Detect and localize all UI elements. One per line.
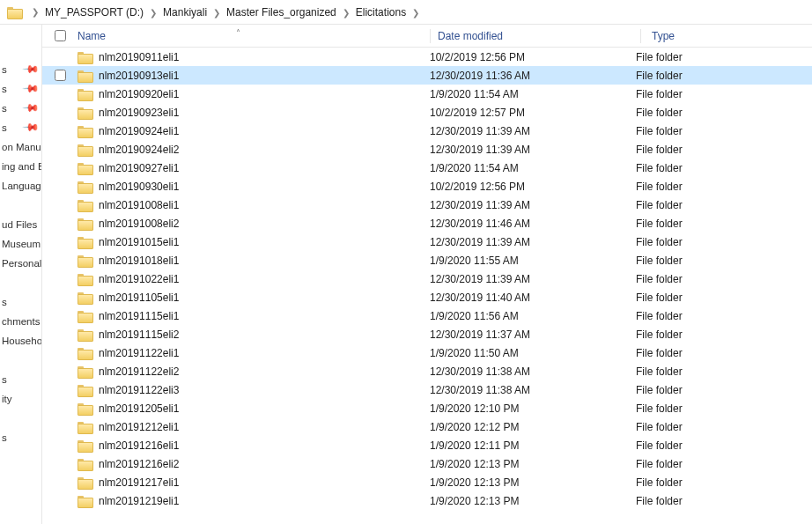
column-header-date[interactable]: Date modified <box>438 30 640 42</box>
sidebar-item[interactable]: s <box>0 370 41 389</box>
row-name-cell[interactable]: nlm20190911eli1 <box>78 51 430 63</box>
row-name-label: nlm20191212eli1 <box>99 421 179 433</box>
select-all-checkbox[interactable] <box>42 27 78 44</box>
breadcrumb-item[interactable]: Master Files_organized <box>225 6 337 18</box>
row-name-cell[interactable]: nlm20191022eli1 <box>78 273 430 285</box>
table-row[interactable]: nlm20191115eli11/9/2020 11:56 AMFile fol… <box>42 306 812 325</box>
table-row[interactable]: nlm20191205eli11/9/2020 12:10 PMFile fol… <box>42 399 812 417</box>
breadcrumb-item[interactable]: Elicitations <box>355 6 407 18</box>
row-name-cell[interactable]: nlm20190927eli1 <box>78 162 430 174</box>
table-row[interactable]: nlm20190927eli11/9/2020 11:54 AMFile fol… <box>42 159 812 177</box>
row-name-cell[interactable]: nlm20191115eli1 <box>78 310 430 322</box>
row-name-cell[interactable]: nlm20191015eli1 <box>78 236 430 248</box>
row-date-cell: 12/30/2019 11:36 AM <box>430 70 632 82</box>
sidebar-item[interactable] <box>0 273 41 292</box>
sidebar-item[interactable] <box>0 351 41 370</box>
row-name-cell[interactable]: nlm20191105eli1 <box>78 292 430 304</box>
breadcrumb-item[interactable]: Mankiyali <box>162 6 208 18</box>
sidebar-item[interactable]: ity <box>0 389 41 409</box>
table-row[interactable]: nlm20191022eli112/30/2019 11:39 AMFile f… <box>42 269 812 288</box>
chevron-right-icon[interactable]: ❯ <box>26 7 44 17</box>
table-row[interactable]: nlm20191216eli21/9/2020 12:13 PMFile fol… <box>42 454 812 473</box>
row-name-cell[interactable]: nlm20190920eli1 <box>78 88 430 100</box>
table-row[interactable]: nlm20191105eli112/30/2019 11:40 AMFile f… <box>42 288 812 306</box>
row-date-cell: 12/30/2019 11:46 AM <box>430 218 632 230</box>
row-name-label: nlm20191217eli1 <box>99 476 179 489</box>
table-row[interactable]: nlm20191008eli212/30/2019 11:46 AMFile f… <box>42 214 812 232</box>
table-row[interactable]: nlm20191216eli11/9/2020 12:11 PMFile fol… <box>42 436 812 454</box>
row-name-cell[interactable]: nlm20191008eli2 <box>78 218 430 230</box>
chevron-right-icon[interactable]: ❯ <box>337 8 355 18</box>
row-name-cell[interactable]: nlm20190913eli1 <box>78 70 430 82</box>
table-row[interactable]: nlm20191212eli11/9/2020 12:12 PMFile fol… <box>42 417 812 436</box>
column-separator[interactable] <box>640 29 641 43</box>
sidebar-item[interactable] <box>0 196 41 215</box>
sidebar-item[interactable]: ud Files <box>0 215 41 234</box>
sidebar-item[interactable] <box>0 409 41 428</box>
column-separator[interactable] <box>430 29 431 43</box>
row-name-cell[interactable]: nlm20191018eli1 <box>78 255 430 267</box>
sidebar-item[interactable]: Museum <box>0 234 41 254</box>
column-header-type[interactable]: Type <box>648 30 812 42</box>
sidebar-item[interactable]: Language <box>0 176 41 196</box>
table-row[interactable]: nlm20190911eli110/2/2019 12:56 PMFile fo… <box>42 48 812 66</box>
table-row[interactable]: nlm20190924eli212/30/2019 11:39 AMFile f… <box>42 140 812 159</box>
row-name-cell[interactable]: nlm20190923eli1 <box>78 107 430 119</box>
sidebar-item[interactable]: Household <box>0 331 41 351</box>
sidebar-item[interactable]: s📌 <box>0 118 41 137</box>
row-name-cell[interactable]: nlm20191219eli1 <box>78 495 430 507</box>
table-row[interactable]: nlm20191122eli212/30/2019 11:38 AMFile f… <box>42 362 812 380</box>
table-row[interactable]: nlm20190924eli112/30/2019 11:39 AMFile f… <box>42 122 812 140</box>
table-row[interactable]: nlm20191219eli11/9/2020 12:13 PMFile fol… <box>42 491 812 510</box>
row-name-cell[interactable]: nlm20191216eli2 <box>78 458 430 470</box>
table-row[interactable]: nlm20190913eli112/30/2019 11:36 AMFile f… <box>42 66 812 85</box>
sidebar-item[interactable]: s <box>0 428 41 447</box>
row-name-cell[interactable]: nlm20190930eli1 <box>78 181 430 193</box>
row-name-cell[interactable]: nlm20191122eli3 <box>78 384 430 396</box>
table-row[interactable]: nlm20191217eli11/9/2020 12:13 PMFile fol… <box>42 473 812 491</box>
row-name-cell[interactable]: nlm20190924eli2 <box>78 144 430 156</box>
row-checkbox[interactable] <box>42 67 78 84</box>
row-name-cell[interactable]: nlm20191122eli1 <box>78 347 430 359</box>
table-row[interactable]: nlm20191018eli11/9/2020 11:55 AMFile fol… <box>42 251 812 269</box>
sidebar-item[interactable]: on Manu <box>0 137 41 157</box>
table-row[interactable]: nlm20191122eli312/30/2019 11:38 AMFile f… <box>42 380 812 399</box>
row-name-cell[interactable]: nlm20191205eli1 <box>78 402 430 415</box>
table-row[interactable]: nlm20191115eli212/30/2019 11:37 AMFile f… <box>42 325 812 343</box>
table-row[interactable]: nlm20190920eli11/9/2020 11:54 AMFile fol… <box>42 85 812 103</box>
sidebar-item-label: ud Files <box>2 219 37 230</box>
table-row[interactable]: nlm20190930eli110/2/2019 12:56 PMFile fo… <box>42 177 812 196</box>
table-row[interactable]: nlm20191122eli11/9/2020 11:50 AMFile fol… <box>42 343 812 362</box>
breadcrumb-item[interactable]: MY_PASSPORT (D:) <box>44 6 144 18</box>
row-name-cell[interactable]: nlm20191008eli1 <box>78 199 430 211</box>
table-row[interactable]: nlm20191008eli112/30/2019 11:39 AMFile f… <box>42 196 812 214</box>
row-date-cell: 1/9/2020 12:10 PM <box>430 402 632 415</box>
sidebar-item[interactable]: s📌 <box>0 79 41 99</box>
address-bar[interactable]: ❯ MY_PASSPORT (D:)❯Mankiyali❯Master File… <box>0 0 812 25</box>
navigation-pane[interactable]: s📌s📌s📌s📌on Manuing and BLanguageud Files… <box>0 25 42 524</box>
sidebar-item-label: on Manu <box>2 142 41 152</box>
folder-icon <box>78 274 92 284</box>
chevron-right-icon[interactable]: ❯ <box>144 8 162 18</box>
row-name-cell[interactable]: nlm20190924eli1 <box>78 125 430 137</box>
row-name-cell[interactable]: nlm20191122eli2 <box>78 365 430 378</box>
sidebar-item[interactable]: ing and B <box>0 157 41 176</box>
chevron-right-icon[interactable]: ❯ <box>407 8 424 18</box>
row-name-cell[interactable]: nlm20191217eli1 <box>78 476 430 489</box>
folder-icon <box>78 70 92 81</box>
sidebar-item[interactable]: s📌 <box>0 60 41 79</box>
table-row[interactable]: nlm20190923eli110/2/2019 12:57 PMFile fo… <box>42 103 812 122</box>
row-date-cell: 1/9/2020 11:55 AM <box>430 255 632 267</box>
chevron-right-icon[interactable]: ❯ <box>208 8 225 18</box>
column-header-name[interactable]: Name ˄ <box>78 30 430 42</box>
table-row[interactable]: nlm20191015eli112/30/2019 11:39 AMFile f… <box>42 232 812 251</box>
sidebar-item[interactable]: s <box>0 292 41 312</box>
row-type-cell: File folder <box>632 273 812 285</box>
sidebar-item[interactable]: chments <box>0 312 41 331</box>
row-name-cell[interactable]: nlm20191115eli2 <box>78 328 430 341</box>
row-name-cell[interactable]: nlm20191216eli1 <box>78 439 430 452</box>
sidebar-item[interactable]: Personal <box>0 254 41 273</box>
row-type-cell: File folder <box>632 107 812 119</box>
sidebar-item[interactable]: s📌 <box>0 99 41 118</box>
row-name-cell[interactable]: nlm20191212eli1 <box>78 421 430 433</box>
